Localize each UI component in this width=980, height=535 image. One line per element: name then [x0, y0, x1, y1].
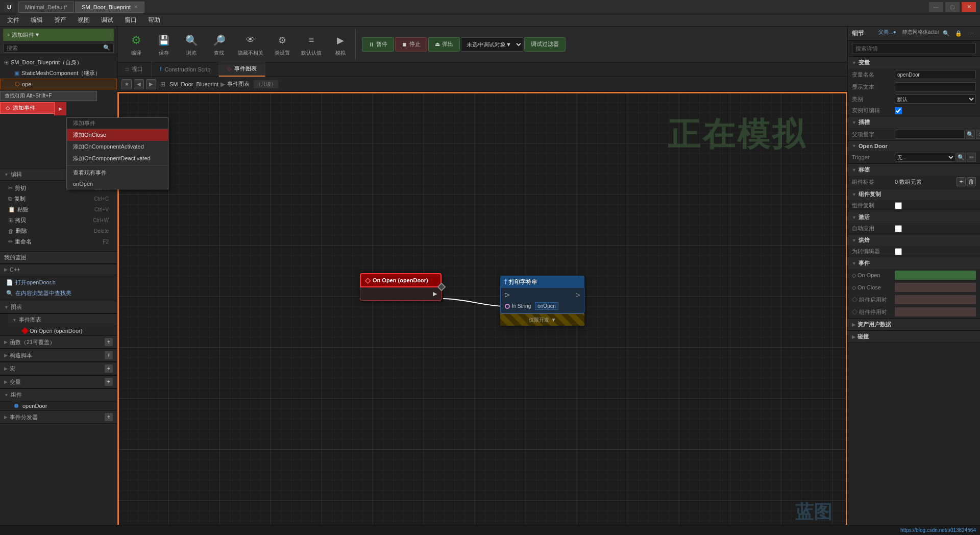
category-select[interactable]: 默认 [895, 94, 976, 104]
instance-editable-checkbox[interactable] [895, 107, 902, 114]
close-button[interactable]: ✕ [962, 2, 976, 12]
menu-debug[interactable]: 调试 [96, 15, 118, 26]
menu-window[interactable]: 窗口 [119, 15, 142, 26]
blueprint-title-tab[interactable]: SM_Door_Blueprint ✕ [75, 2, 144, 13]
graph-section-header[interactable]: ▼ 图表 [0, 301, 117, 313]
bookmark-button[interactable]: ★ [121, 79, 132, 89]
more-icon[interactable]: ⋯ [966, 29, 976, 39]
tags-add-btn[interactable]: + [957, 177, 966, 186]
edit-duplicate[interactable]: ⊞ 拷贝 Ctrl+W [4, 215, 113, 226]
var-name-input[interactable] [895, 70, 976, 79]
edit-delete[interactable]: 🗑 删除 Delete [4, 226, 113, 236]
parent-class-link[interactable]: 父类...● [878, 29, 896, 39]
add-right-button[interactable]: + [105, 364, 113, 373]
component-replication-checkbox[interactable] [895, 202, 902, 209]
cooking-header[interactable]: ▼ 烘焙 [848, 234, 980, 246]
tab-construction[interactable]: f Construction Scrip [152, 62, 219, 77]
parent-socket-clear-btn[interactable]: ✕ [976, 130, 980, 139]
tree-root-item[interactable]: ⊞ SM_Door_Blueprint（自身） [0, 57, 117, 68]
tree-static-mesh-item[interactable]: ▣ StaticMeshComponent（继承） [0, 68, 117, 79]
debug-select[interactable]: 未选中调试对象▼ [461, 37, 523, 52]
eject-button[interactable]: ⏏ 弹出 [428, 37, 460, 52]
sockets-header[interactable]: ▼ 插槽 [848, 116, 980, 128]
edit-copy[interactable]: ⧉ 复制 Ctrl+C [4, 193, 113, 204]
open-door-header[interactable]: ▼ Open Door [848, 141, 980, 151]
component-deactivated-btn[interactable] [895, 307, 976, 317]
cpp-section-header[interactable]: ▶ C++ [0, 264, 117, 275]
compile-button[interactable]: ⚙ 编译 [124, 30, 149, 59]
menu-file[interactable]: 文件 [2, 15, 24, 26]
hide-button[interactable]: 👁 隐藏不相关 [234, 30, 267, 59]
maximize-button[interactable]: □ [945, 2, 960, 12]
menu-asset[interactable]: 资产 [49, 15, 71, 26]
find-button[interactable]: 🔎 查找 [206, 30, 232, 59]
class-settings-button[interactable]: ⚙ 类设置 [270, 30, 295, 59]
close-tab-icon[interactable]: ✕ [134, 4, 138, 10]
event-node[interactable]: ◇ On Open (openDoor) ▶ [360, 273, 442, 301]
parent-socket-search-btn[interactable]: 🔍 [966, 130, 975, 139]
menu-edit[interactable]: 编辑 [26, 15, 48, 26]
simulate-button[interactable]: ▶ 模拟 [328, 30, 353, 59]
save-button[interactable]: 💾 保存 [151, 30, 177, 59]
add-component-button[interactable]: + 添加组件▼ [3, 29, 114, 41]
trigger-select[interactable]: 无... [895, 153, 955, 162]
status-url[interactable]: https://blog.csdn.net/u013824564 [900, 527, 976, 533]
event-on-open-item[interactable]: On Open (openDoor) [16, 326, 117, 335]
search-detail-icon[interactable]: 🔍 [941, 29, 951, 39]
right-search-input[interactable] [852, 43, 976, 54]
components-left-header[interactable]: ▼ 组件 [0, 389, 117, 401]
asset-user-data-header[interactable]: ▶ 资产用户数据 [848, 319, 980, 330]
macros-header[interactable]: ▶ 构造脚本 + [0, 349, 117, 362]
context-menu-component-deactivated[interactable]: 添加OnComponentDeactivated [67, 153, 168, 164]
context-menu-view-existing[interactable]: 查看现有事件 [67, 167, 168, 179]
context-menu-onopen[interactable]: onOpen [67, 179, 168, 189]
replication-header[interactable]: ▼ 组件复制 [848, 188, 980, 200]
tags-remove-btn[interactable]: 🗑 [967, 177, 976, 186]
defaults-button[interactable]: ≡ 默认认值 [297, 30, 326, 59]
add-variable-button[interactable]: + [105, 378, 113, 386]
cpp-open-header[interactable]: 📄 打开openDoor.h [4, 277, 113, 288]
event-graph-header[interactable]: ▼ 事件图表 [8, 314, 117, 326]
minimize-button[interactable]: — [929, 2, 943, 12]
edit-paste[interactable]: 📋 粘贴 Ctrl+V [4, 204, 113, 215]
collision-header[interactable]: ▶ 碰撞 [848, 331, 980, 343]
events-detail-header[interactable]: ▼ 事件 [848, 257, 980, 269]
add-macro-button[interactable]: + [105, 351, 113, 359]
context-menu-onclose[interactable]: 添加OnClose [67, 129, 168, 141]
on-close-event-btn[interactable] [895, 283, 976, 292]
forward-button[interactable]: ▶ [146, 79, 156, 89]
breadcrumb-blueprint[interactable]: SM_Door_Blueprint [169, 81, 218, 87]
print-node[interactable]: f 打印字符串 ▷ ▷ In String onOpen 仅限开发 [500, 276, 584, 326]
right-macro-header[interactable]: ▶ 宏 + [0, 362, 117, 375]
display-text-input[interactable] [895, 82, 976, 91]
browse-button[interactable]: 🔍 浏览 [179, 30, 204, 59]
tab-event-graph[interactable]: ◇ 事件图表 [219, 62, 265, 77]
stop-button[interactable]: ⏹ 停止 [395, 37, 427, 52]
component-activated-btn[interactable] [895, 295, 976, 304]
cpp-find-class[interactable]: 🔍 在内容浏览器中查找类 [4, 288, 113, 299]
tags-header[interactable]: ▼ 标签 [848, 164, 980, 176]
parent-socket-input[interactable] [895, 130, 965, 139]
strip-cooking-checkbox[interactable] [895, 248, 902, 255]
add-event-dropdown-arrow[interactable]: ▶ [54, 102, 66, 115]
menu-help[interactable]: 帮助 [143, 15, 165, 26]
auto-activate-checkbox[interactable] [895, 225, 902, 232]
my-blueprint-header[interactable]: 我的蓝图 [0, 252, 117, 264]
event-dispatcher-header[interactable]: ▶ 事件分发器 + [0, 411, 117, 424]
pause-button[interactable]: ⏸ 暂停 [362, 37, 394, 52]
trigger-search-btn[interactable]: 🔍 [957, 153, 966, 162]
variables-detail-header[interactable]: ▼ 变量 [848, 57, 980, 68]
tree-ope-item[interactable]: ⬡ ope [0, 79, 117, 89]
open-door-component-item[interactable]: openDoor [8, 401, 117, 410]
functions-header[interactable]: ▶ 函数（21可覆盖） + [0, 336, 117, 349]
debug-filter-button[interactable]: 调试过滤器 [524, 37, 566, 52]
blueprint-canvas[interactable]: 正在模拟 ◇ On Open (openDoor) ▶ [117, 92, 847, 535]
menu-view[interactable]: 视图 [72, 15, 95, 26]
activation-header[interactable]: ▼ 激活 [848, 211, 980, 223]
component-search-input[interactable] [7, 45, 103, 51]
tab-viewport[interactable]: □ 视口 [117, 62, 152, 77]
edit-rename[interactable]: ✏ 重命名 F2 [4, 236, 113, 247]
lock-icon[interactable]: 🔒 [953, 29, 964, 39]
variables-left-header[interactable]: ▶ 变量 + [0, 376, 117, 388]
trigger-edit-btn[interactable]: ✏ [967, 153, 976, 162]
